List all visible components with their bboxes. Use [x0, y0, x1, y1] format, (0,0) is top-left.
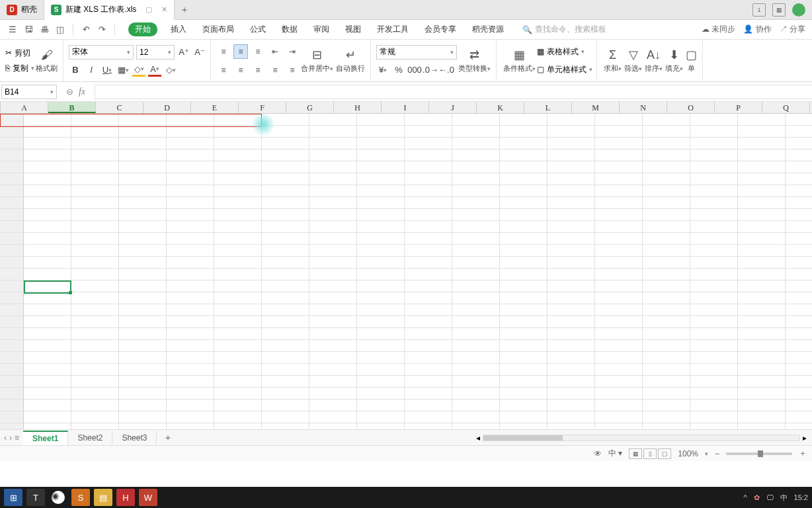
cell[interactable]	[405, 138, 452, 149]
cell[interactable]	[690, 257, 738, 269]
new-tab-button[interactable]: ＋	[175, 4, 194, 16]
cell[interactable]	[595, 185, 643, 197]
start-button[interactable]: ⊞	[4, 489, 22, 506]
cell[interactable]	[786, 316, 812, 328]
cell[interactable]	[71, 149, 119, 161]
cell[interactable]	[548, 269, 595, 280]
menu-resource[interactable]: 稻壳资源	[469, 22, 507, 36]
cell[interactable]	[595, 173, 643, 185]
cell[interactable]	[595, 245, 643, 257]
cell[interactable]	[357, 388, 405, 400]
cell[interactable]	[24, 149, 71, 161]
cell[interactable]	[738, 257, 786, 269]
cell[interactable]	[262, 233, 309, 245]
number-format-select[interactable]: 常规▾	[376, 45, 457, 60]
cell[interactable]	[309, 197, 357, 209]
cell[interactable]	[309, 269, 357, 280]
ime-icon[interactable]: 中 ▾	[608, 448, 622, 459]
cell[interactable]	[214, 352, 262, 364]
cell[interactable]	[786, 388, 812, 400]
cell[interactable]	[167, 257, 214, 269]
cell[interactable]	[643, 221, 690, 233]
cell[interactable]	[24, 185, 71, 197]
page-view-icon[interactable]: ▯	[643, 448, 657, 459]
col-header-K[interactable]: K	[477, 102, 524, 113]
cell[interactable]	[690, 423, 738, 429]
cell[interactable]	[452, 257, 500, 269]
preview-icon[interactable]: ◫	[54, 24, 66, 36]
cell[interactable]	[548, 352, 595, 364]
cell[interactable]	[548, 304, 595, 316]
cell[interactable]	[548, 411, 595, 423]
cell[interactable]	[119, 388, 167, 400]
fill-button[interactable]: ⬇填充▾	[664, 48, 684, 73]
cell[interactable]	[690, 233, 738, 245]
cell[interactable]	[214, 316, 262, 328]
cell[interactable]	[786, 126, 812, 138]
cell[interactable]	[309, 376, 357, 388]
cell[interactable]	[262, 149, 309, 161]
cell[interactable]	[405, 209, 452, 221]
cell[interactable]	[643, 173, 690, 185]
cell[interactable]	[119, 209, 167, 221]
cell[interactable]	[405, 149, 452, 161]
cell[interactable]	[309, 209, 357, 221]
cell[interactable]	[119, 233, 167, 245]
cell[interactable]	[643, 340, 690, 352]
eye-icon[interactable]: 👁	[594, 449, 602, 458]
cell[interactable]	[167, 364, 214, 376]
cell[interactable]	[214, 126, 262, 138]
cell[interactable]	[71, 138, 119, 149]
currency-icon[interactable]: ¥▾	[376, 64, 389, 77]
cell[interactable]	[786, 114, 812, 126]
cell[interactable]	[119, 316, 167, 328]
cell[interactable]	[405, 316, 452, 328]
cell[interactable]	[119, 364, 167, 376]
cell[interactable]	[71, 328, 119, 340]
cell[interactable]	[500, 245, 548, 257]
cell[interactable]	[690, 173, 738, 185]
cell[interactable]	[786, 411, 812, 423]
fx-icon[interactable]: fx	[79, 87, 85, 97]
cell[interactable]	[452, 388, 500, 400]
cell[interactable]	[690, 269, 738, 280]
cell[interactable]	[71, 352, 119, 364]
cell[interactable]	[690, 400, 738, 411]
cell[interactable]	[548, 376, 595, 388]
cell[interactable]	[71, 340, 119, 352]
cell[interactable]	[548, 185, 595, 197]
cell[interactable]	[71, 233, 119, 245]
cell[interactable]	[309, 352, 357, 364]
formula-input[interactable]	[95, 85, 812, 99]
cell[interactable]	[500, 126, 548, 138]
cell[interactable]	[548, 138, 595, 149]
cell[interactable]	[167, 221, 214, 233]
cell[interactable]	[643, 138, 690, 149]
cell[interactable]	[214, 280, 262, 292]
cell[interactable]	[167, 423, 214, 429]
sheet-tab-3[interactable]: Sheet3	[112, 431, 157, 444]
cell[interactable]	[548, 292, 595, 304]
cell[interactable]	[309, 161, 357, 173]
cell[interactable]	[262, 209, 309, 221]
font-color-button[interactable]: A▾	[148, 64, 161, 77]
cell[interactable]	[452, 269, 500, 280]
cell[interactable]	[119, 269, 167, 280]
fill-color-button[interactable]: ◇▾	[132, 64, 145, 77]
cell[interactable]	[548, 126, 595, 138]
cell[interactable]	[214, 233, 262, 245]
menu-layout[interactable]: 页面布局	[200, 22, 237, 36]
cell[interactable]	[738, 126, 786, 138]
cell[interactable]	[309, 114, 357, 126]
cell[interactable]	[452, 114, 500, 126]
cell[interactable]	[452, 126, 500, 138]
cell[interactable]	[548, 149, 595, 161]
cell[interactable]	[309, 185, 357, 197]
cell[interactable]	[548, 245, 595, 257]
cell[interactable]	[357, 304, 405, 316]
cell[interactable]	[71, 114, 119, 126]
cell[interactable]	[405, 400, 452, 411]
cell[interactable]	[548, 173, 595, 185]
cell[interactable]	[357, 316, 405, 328]
cell[interactable]	[24, 138, 71, 149]
